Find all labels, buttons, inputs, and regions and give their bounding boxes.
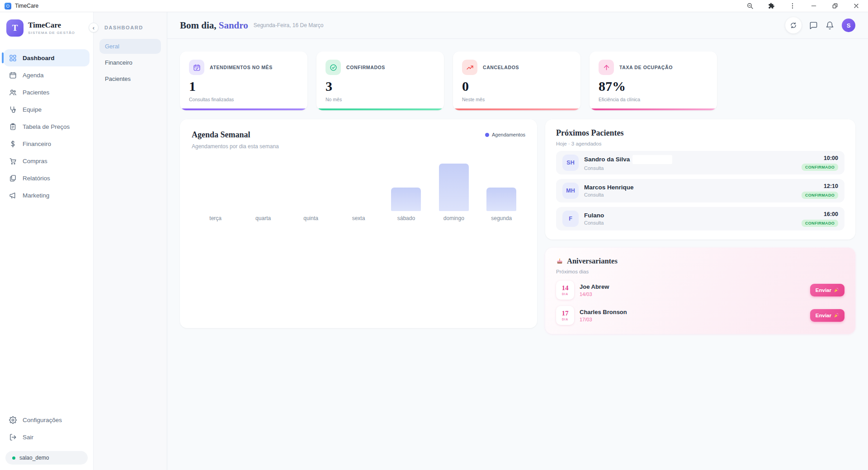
sidebar-item-financeiro[interactable]: Financeiro (4, 135, 90, 152)
sidebar-item-agenda[interactable]: Agenda (4, 66, 90, 84)
sidebar-item-label: Agenda (23, 72, 44, 79)
stat-accent-bar (316, 108, 444, 110)
clipboard-icon (9, 123, 17, 131)
user-name: Sandro (219, 20, 248, 31)
sidebar-item-dashboard[interactable]: Dashboard (4, 49, 90, 66)
menu-kebab-icon[interactable] (789, 2, 796, 9)
stat-value: 0 (462, 80, 571, 93)
x-axis-labels: terça quarta quinta sexta sábado domingo… (192, 215, 525, 221)
stat-subtitle: Neste mês (462, 97, 571, 102)
send-greeting-button[interactable]: Enviar (810, 309, 844, 322)
appointment-type: Consulta (584, 220, 604, 226)
subnav-item-label: Financeiro (105, 59, 132, 66)
extensions-puzzle-icon[interactable] (768, 2, 775, 9)
chart-legend: Agendamentos (485, 132, 525, 137)
app-favicon (5, 3, 11, 9)
close-button[interactable] (853, 2, 860, 9)
stat-accent-bar (453, 108, 580, 110)
notifications-button[interactable] (826, 21, 834, 30)
sidebar-item-label: Sair (23, 434, 33, 441)
sidebar-item-tabela-de-precos[interactable]: Tabela de Preços (4, 118, 90, 135)
patient-row[interactable]: MH Marcos Henrique Consulta 12:10 CONFIR… (556, 179, 844, 202)
user-avatar[interactable]: S (842, 19, 855, 32)
sidebar-item-pacientes[interactable]: Pacientes (4, 84, 90, 101)
workspace-name: salao_demo (19, 455, 49, 461)
bar-domingo[interactable] (439, 164, 469, 211)
birthday-row: 17 DIA Charles Bronson 17/03 Enviar (556, 306, 844, 325)
sidebar-nav: Dashboard Agenda Pacientes Equipe Tabela… (0, 49, 93, 204)
megaphone-icon (9, 192, 17, 199)
status-badge: CONFIRMADO (802, 164, 838, 171)
subnav-item-geral[interactable]: Geral (99, 39, 161, 54)
header-date: Segunda-Feira, 16 De Março (254, 22, 324, 28)
chart-title: Agenda Semanal (192, 130, 279, 140)
sidebar-item-compras[interactable]: Compras (4, 152, 90, 169)
stat-subtitle: No mês (326, 97, 435, 102)
patient-row[interactable]: SH Sandro da Silva Consulta 10:00 CONFIR… (556, 151, 844, 174)
gear-icon (9, 416, 17, 424)
restore-button[interactable] (831, 2, 839, 9)
window-titlebar: TimeCare (0, 0, 868, 12)
sidebar-item-equipe[interactable]: Equipe (4, 101, 90, 118)
stat-card-cancelados[interactable]: CANCELADOS 0 Neste mês (453, 52, 580, 110)
sidebar-item-label: Compras (23, 158, 47, 164)
chat-button[interactable] (809, 21, 818, 30)
collapse-sidebar-button[interactable]: ‹ (89, 23, 99, 33)
sidebar-item-relatorios[interactable]: Relatórios (4, 169, 90, 187)
birthday-date: 17/03 (580, 317, 627, 322)
patient-name: Marcos Henrique (584, 184, 634, 191)
subnav-item-financeiro[interactable]: Financeiro (99, 55, 161, 70)
stat-card-atendimentos[interactable]: ATENDIMENTOS NO MÊS 1 Consultas finaliza… (180, 52, 307, 110)
sidebar-item-label: Financeiro (23, 141, 51, 147)
trending-up-icon (462, 60, 477, 75)
stats-row: ATENDIMENTOS NO MÊS 1 Consultas finaliza… (180, 52, 855, 110)
sidebar-item-marketing[interactable]: Marketing (4, 187, 90, 204)
birthday-date: 14/03 (580, 291, 609, 297)
sidebar-item-label: Dashboard (23, 55, 55, 61)
patients-title: Próximos Pacientes (556, 128, 844, 138)
minimize-button[interactable] (810, 2, 817, 9)
appointment-type: Consulta (584, 192, 634, 197)
birthdays-title: Aniversariantes (567, 257, 618, 266)
refresh-button[interactable] (785, 17, 802, 33)
dashboard-main: ATENDIMENTOS NO MÊS 1 Consultas finaliza… (167, 39, 868, 470)
chat-bubble-icon (809, 21, 818, 30)
sidebar-item-sair[interactable]: Sair (4, 428, 90, 446)
patient-avatar: SH (562, 155, 579, 171)
patients-subtitle: Hoje · 3 agendados (556, 141, 844, 146)
sidebar-item-configuracoes[interactable]: Configurações (4, 411, 90, 428)
birthday-day-badge: 14 DIA (556, 281, 574, 300)
bar-sabado[interactable] (391, 188, 421, 212)
send-greeting-button[interactable]: Enviar (810, 284, 844, 296)
stat-accent-bar (590, 108, 717, 110)
chart-subtitle: Agendamentos por dia esta semana (192, 143, 279, 150)
stat-value: 87% (599, 80, 708, 93)
stat-value: 3 (326, 80, 435, 93)
patient-row[interactable]: F Fulano Consulta 16:00 CONFIRMADO (556, 207, 844, 230)
bar-segunda[interactable] (486, 188, 516, 212)
sidebar-item-label: Relatórios (23, 175, 50, 182)
patient-name: Sandro da Silva (584, 156, 630, 163)
sidebar-item-label: Equipe (23, 106, 42, 113)
logout-icon (9, 433, 17, 441)
zoom-out-icon[interactable] (746, 2, 754, 9)
cart-icon (9, 157, 17, 165)
stat-card-taxa-ocupacao[interactable]: TAXA DE OCUPAÇÃO 87% Eficiência da clíni… (590, 52, 717, 110)
sidebar-footer: Configurações Sair salao_demo (0, 411, 93, 465)
appointment-type: Consulta (584, 165, 672, 171)
legend-label: Agendamentos (492, 132, 525, 137)
sidebar-item-label: Pacientes (23, 89, 49, 96)
users-icon (9, 89, 17, 96)
legend-dot (485, 133, 489, 137)
brand-tagline: SISTEMA DE GESTÃO (28, 31, 75, 35)
workspace-pill[interactable]: salao_demo (5, 451, 88, 465)
status-badge: CONFIRMADO (802, 192, 838, 199)
brand-logo: T (6, 19, 24, 37)
patient-name: Fulano (584, 212, 604, 219)
brand-block: T TimeCare SISTEMA DE GESTÃO (0, 12, 93, 39)
subnav-item-pacientes[interactable]: Pacientes (99, 71, 161, 86)
stat-accent-bar (180, 108, 307, 110)
birthday-row: 14 DIA Joe Abrew 14/03 Enviar (556, 281, 844, 300)
stat-card-confirmados[interactable]: CONFIRMADOS 3 No mês (316, 52, 444, 110)
stat-value: 1 (189, 80, 298, 93)
